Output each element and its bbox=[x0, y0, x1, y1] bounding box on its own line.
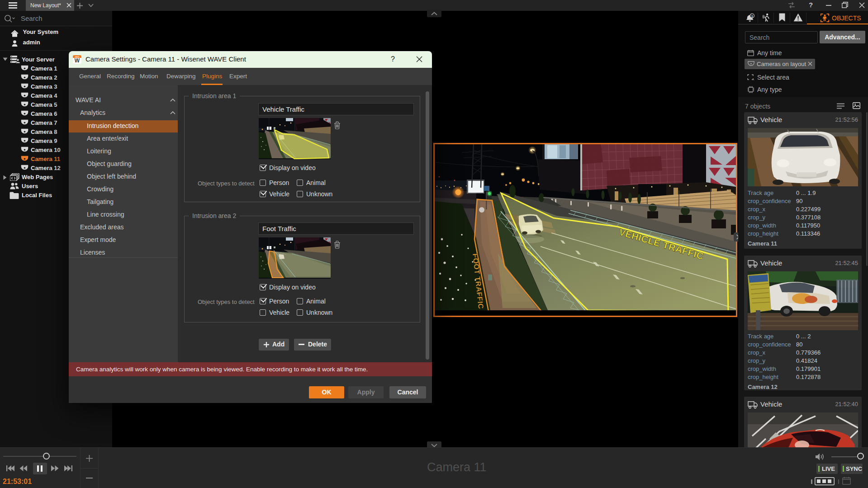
svg-text:WAVE: WAVE bbox=[75, 56, 80, 58]
svg-text:W: W bbox=[75, 57, 80, 64]
svg-text:1: 1 bbox=[751, 14, 754, 18]
